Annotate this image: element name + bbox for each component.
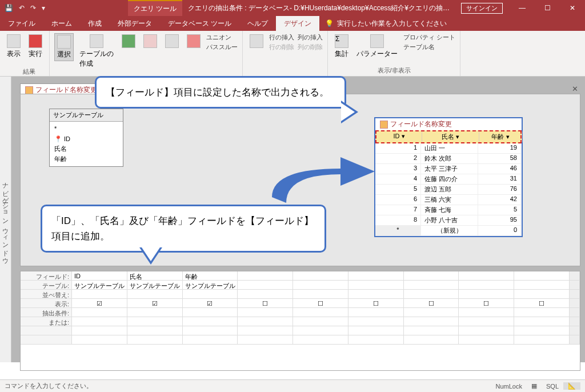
append-button[interactable] (119, 33, 138, 49)
delete-row-button[interactable]: 行の削除 (269, 43, 294, 51)
grid-cell[interactable] (183, 308, 238, 317)
field-name[interactable]: 氏名 (54, 144, 118, 154)
table-row[interactable]: 5渡辺 五郎76 (375, 185, 522, 195)
grid-cell[interactable] (348, 290, 404, 299)
datasheet-view-button[interactable]: ▦ (527, 382, 542, 390)
grid-cell[interactable]: ☐ (459, 299, 514, 308)
grid-cell[interactable] (514, 335, 570, 345)
grid-cell[interactable] (404, 335, 459, 345)
grid-cell[interactable] (238, 317, 293, 326)
insert-col-button[interactable]: 列の挿入 (298, 33, 323, 42)
minimize-icon[interactable]: ― (510, 0, 535, 16)
design-canvas[interactable]: サンプルテーブル * 📍 ID 氏名 年齢 【フィールド】項目に設定した名称で出… (20, 94, 580, 266)
grid-cell[interactable] (72, 290, 127, 299)
make-table-button[interactable]: テーブルの 作成 (77, 33, 116, 70)
show-table-button[interactable] (247, 33, 266, 49)
grid-cell[interactable] (72, 326, 127, 335)
grid-cell[interactable]: ☐ (348, 299, 404, 308)
update-button[interactable] (141, 33, 159, 49)
grid-cell[interactable] (183, 317, 238, 326)
totals-button[interactable]: Σ集計 (332, 33, 351, 60)
field-star[interactable]: * (54, 124, 118, 134)
delete-col-button[interactable]: 列の削除 (298, 43, 323, 51)
grid-cell[interactable] (127, 317, 183, 326)
grid-cell[interactable] (514, 271, 570, 281)
signin-button[interactable]: サインイン (461, 3, 503, 14)
grid-cell[interactable] (238, 335, 293, 345)
grid-cell[interactable]: サンプルテーブル (72, 281, 127, 290)
grid-cell[interactable] (72, 335, 127, 345)
col-id[interactable]: ID ▾ (376, 131, 422, 142)
grid-cell[interactable] (293, 308, 348, 317)
tab-home[interactable]: ホーム (43, 16, 80, 31)
grid-cell[interactable] (293, 326, 348, 335)
grid-cell[interactable] (514, 308, 570, 317)
grid-cell[interactable] (293, 281, 348, 290)
grid-cell[interactable] (459, 290, 514, 299)
grid-cell[interactable] (238, 290, 293, 299)
property-sheet-button[interactable]: プロパティ シート (403, 33, 455, 42)
table-row[interactable]: 3太平 三津子46 (375, 164, 522, 174)
grid-cell[interactable]: ☐ (238, 299, 293, 308)
col-age[interactable]: 年齢 ▾ (479, 131, 522, 142)
grid-cell[interactable] (183, 290, 238, 299)
tab-external[interactable]: 外部データ (110, 16, 160, 31)
close-tab-button[interactable]: ✕ (572, 85, 578, 93)
grid-cell[interactable] (404, 317, 459, 326)
grid-cell[interactable] (238, 326, 293, 335)
grid-cell[interactable] (459, 335, 514, 345)
grid-cell[interactable] (183, 335, 238, 345)
insert-row-button[interactable]: 行の挿入 (269, 33, 294, 42)
table-row[interactable]: 8小野 八十吉95 (375, 215, 522, 226)
tab-help[interactable]: ヘルプ (239, 16, 276, 31)
grid-cell[interactable]: ☐ (514, 299, 570, 308)
grid-cell[interactable] (404, 271, 459, 281)
save-icon[interactable]: 💾 (5, 4, 13, 12)
sql-view-button[interactable]: SQL (542, 383, 563, 390)
select-query-button[interactable]: 選択 (54, 33, 74, 61)
grid-cell[interactable]: サンプルテーブル (127, 281, 183, 290)
table-row[interactable]: 4佐藤 四の介31 (375, 174, 522, 185)
table-row[interactable]: 7斉藤 七海5 (375, 205, 522, 215)
grid-cell[interactable] (404, 308, 459, 317)
crosstab-button[interactable] (163, 33, 181, 49)
grid-cell[interactable]: 年齢 (183, 271, 238, 281)
grid-cell[interactable] (293, 317, 348, 326)
passthrough-button[interactable]: パススルー (206, 43, 238, 51)
grid-cell[interactable]: ☑ (183, 299, 238, 308)
grid-cell[interactable] (348, 317, 404, 326)
grid-cell[interactable] (348, 326, 404, 335)
design-view-button[interactable]: 📐 (563, 382, 580, 390)
grid-cell[interactable] (127, 290, 183, 299)
query-design-grid[interactable]: フィールド:ID氏名年齢テーブル:サンプルテーブルサンプルテーブルサンプルテーブ… (20, 271, 580, 371)
grid-cell[interactable] (238, 271, 293, 281)
grid-cell[interactable] (459, 281, 514, 290)
grid-cell[interactable] (348, 335, 404, 345)
grid-cell[interactable] (459, 271, 514, 281)
undo-icon[interactable]: ↶ (19, 4, 25, 12)
tab-dbtools[interactable]: データベース ツール (160, 16, 239, 31)
grid-cell[interactable] (127, 308, 183, 317)
table-names-button[interactable]: テーブル名 (403, 43, 455, 51)
grid-cell[interactable] (72, 308, 127, 317)
navigation-pane-collapsed[interactable]: ナビゲーション ウィンドウ (0, 77, 11, 362)
grid-cell[interactable] (293, 271, 348, 281)
grid-cell[interactable] (404, 281, 459, 290)
table-field-list[interactable]: サンプルテーブル * 📍 ID 氏名 年齢 (49, 109, 123, 167)
grid-cell[interactable] (183, 326, 238, 335)
grid-cell[interactable] (404, 290, 459, 299)
grid-cell[interactable] (514, 326, 570, 335)
table-row[interactable]: 1山田 一19 (375, 143, 522, 154)
col-name[interactable]: 氏名 ▾ (422, 131, 479, 142)
grid-cell[interactable]: ID (72, 271, 127, 281)
maximize-icon[interactable]: ☐ (535, 0, 560, 16)
grid-cell[interactable] (459, 317, 514, 326)
grid-cell[interactable]: ☐ (293, 299, 348, 308)
grid-cell[interactable]: ☐ (404, 299, 459, 308)
parameters-button[interactable]: パラメーター (354, 33, 400, 60)
tab-file[interactable]: ファイル (0, 16, 43, 31)
grid-cell[interactable]: サンプルテーブル (183, 281, 238, 290)
grid-cell[interactable] (514, 281, 570, 290)
new-row[interactable]: *（新規）0 (375, 226, 522, 236)
grid-cell[interactable] (127, 326, 183, 335)
